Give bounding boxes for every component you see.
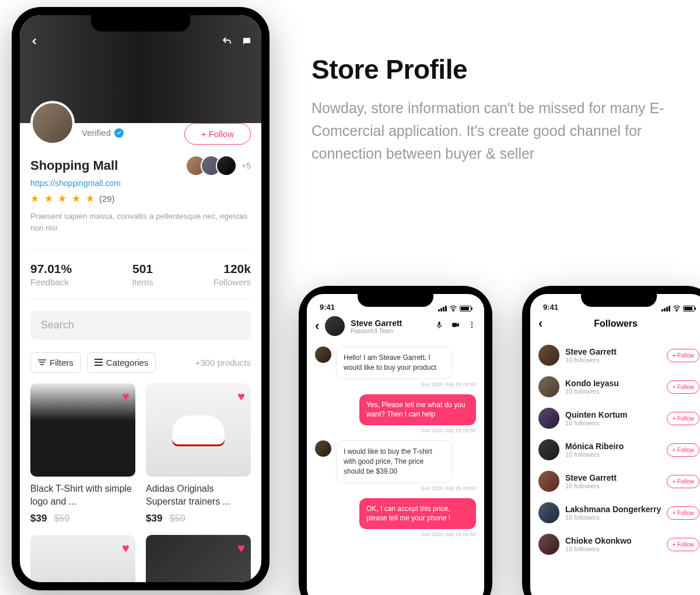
star-rating-icon: ★ ★ ★ ★ ★ [30, 192, 96, 205]
chat-body[interactable]: Hello! I am Steave Garrett, I would like… [307, 341, 484, 550]
follower-name: Steve Garrett [565, 473, 617, 482]
heart-icon[interactable]: ♥ [122, 541, 130, 556]
heart-icon[interactable]: ♥ [122, 389, 130, 404]
follower-item[interactable]: Kondo Ieyasu 10 followers + Follow [538, 371, 699, 402]
follower-sub: 10 followers [565, 545, 632, 552]
follower-avatar [538, 408, 559, 429]
status-time: 9:41 [320, 303, 335, 312]
product-count: +300 products [195, 358, 251, 368]
video-icon[interactable] [452, 321, 460, 331]
back-icon[interactable]: ‹ [315, 318, 319, 334]
device-notch [358, 294, 433, 307]
chat-header: ‹ Steve Garrett PassionUI Team [307, 312, 484, 341]
store-url[interactable]: https://shoppingmall.com [30, 178, 251, 188]
follower-item[interactable]: Steve Garrett 10 followers + Follow [538, 340, 699, 371]
follow-button[interactable]: + Follow [667, 506, 699, 520]
follow-button[interactable]: + Follow [667, 538, 699, 551]
chat-icon[interactable] [242, 36, 252, 49]
follower-item[interactable]: Mónica Ribeiro 10 followers + Follow [538, 434, 699, 466]
chat-avatar[interactable] [325, 316, 345, 336]
back-icon[interactable]: ‹ [538, 316, 542, 331]
product-card[interactable]: ♥ [30, 535, 135, 582]
wifi-icon [673, 306, 681, 312]
chat-contact-name: Steve Garrett [351, 318, 402, 328]
battery-icon [460, 306, 471, 312]
filters-icon [38, 358, 46, 368]
follower-name: Mónica Ribeiro [565, 442, 624, 451]
follower-name: Lakshmana Dongerkerry [565, 505, 661, 514]
follower-avatars-stack[interactable]: +5 [191, 155, 251, 176]
message-timestamp: Sun 2020 July 25 09:50 [315, 428, 476, 433]
follow-button[interactable]: + Follow [667, 380, 699, 394]
phone-chat: 9:41 ‹ Steve Garrett PassionUI Team [299, 286, 492, 595]
device-notch [581, 294, 657, 307]
search-input[interactable]: Search [30, 311, 251, 340]
heart-icon[interactable]: ♥ [237, 541, 245, 556]
phone-store-profile: Verified + Follow Shopping Mall +5 https… [12, 7, 270, 590]
categories-icon [94, 358, 103, 368]
product-title: Black T-Shirt with simple logo and ... [30, 482, 135, 509]
device-notch [91, 15, 190, 32]
follower-item[interactable]: Quinten Kortum 10 followers + Follow [538, 402, 699, 434]
message-bubble-out: Yes, Please tell me what do you want? Th… [359, 394, 476, 426]
follower-list[interactable]: Steve Garrett 10 followers + Follow Kond… [530, 336, 700, 564]
categories-button[interactable]: Categories [87, 352, 156, 373]
store-avatar[interactable] [30, 101, 75, 145]
product-title: Adidas Originals Superstar trainers ... [146, 482, 251, 509]
svg-point-4 [471, 327, 473, 328]
hero-subtitle: Nowday, store information can't be misse… [312, 97, 673, 164]
battery-icon [683, 306, 695, 312]
follower-item[interactable]: Chioke Okonkwo 10 followers + Follow [538, 528, 699, 560]
svg-rect-0 [438, 321, 440, 326]
product-image: ♥ [30, 535, 135, 582]
follower-name: Quinten Kortum [565, 410, 628, 419]
hero-text-block: Store Profile Nowday, store information … [312, 54, 673, 164]
follow-button[interactable]: + Follow [667, 349, 699, 362]
follower-avatar [538, 471, 559, 492]
share-icon[interactable] [222, 36, 232, 49]
product-card[interactable]: ♥ Adidas Originals Superstar trainers ..… [146, 383, 251, 525]
store-description: Praesent sapien massa, convallis a pelle… [30, 211, 251, 235]
follow-button[interactable]: + Follow [184, 123, 251, 145]
follow-button[interactable]: + Follow [667, 412, 699, 425]
follower-sub: 10 followers [565, 419, 628, 426]
product-image: ♥ [146, 383, 251, 477]
mic-icon[interactable] [435, 321, 443, 331]
product-image: ♥ [146, 535, 251, 582]
message-bubble-in: Hello! I am Steave Garrett, I would like… [336, 346, 453, 379]
product-card[interactable]: ♥ Black T-Shirt with simple logo and ...… [30, 383, 135, 525]
message-timestamp: Sun 2020 July 25 09:50 [315, 382, 476, 387]
message-avatar [315, 440, 331, 457]
follower-sub: 10 followers [565, 388, 619, 395]
stat-feedback[interactable]: 97.01% Feedback [30, 262, 72, 287]
follower-sub: 10 followers [565, 514, 661, 521]
message-bubble-in: I would like to buy the T-shirt with goo… [336, 440, 453, 482]
filters-button[interactable]: Filters [30, 352, 81, 373]
follower-sub: 10 followers [565, 482, 617, 489]
product-price: $39 [146, 513, 162, 524]
back-icon[interactable] [29, 36, 40, 49]
follower-item[interactable]: Steve Garrett 10 followers + Follow [538, 466, 699, 497]
heart-icon[interactable]: ♥ [237, 389, 245, 404]
store-name: Shopping Mall [30, 158, 118, 173]
follower-name: Steve Garrett [565, 347, 617, 356]
message-timestamp: Sun 2020 July 25 09:50 [315, 485, 476, 491]
follow-button[interactable]: + Follow [667, 475, 699, 488]
stats-row: 97.01% Feedback 501 Items 120k Followers [30, 250, 251, 299]
wifi-icon [449, 306, 457, 312]
svg-rect-1 [452, 323, 457, 327]
stat-items[interactable]: 501 Items [132, 262, 153, 287]
follower-avatar [538, 345, 559, 366]
stat-followers[interactable]: 120k Followers [214, 262, 251, 287]
follow-button[interactable]: + Follow [667, 443, 699, 457]
signal-icon [438, 306, 447, 312]
message-timestamp: Sun 2020 July 25 09:50 [315, 531, 476, 537]
more-icon[interactable] [468, 321, 476, 331]
follower-avatar [538, 502, 559, 523]
product-price: $39 [30, 513, 47, 524]
verified-label: Verified [82, 128, 111, 138]
follower-item[interactable]: Lakshmana Dongerkerry 10 followers + Fol… [538, 497, 699, 528]
signal-icon [662, 306, 670, 312]
product-card[interactable]: ♥ [146, 535, 251, 582]
follower-avatar [216, 155, 237, 176]
